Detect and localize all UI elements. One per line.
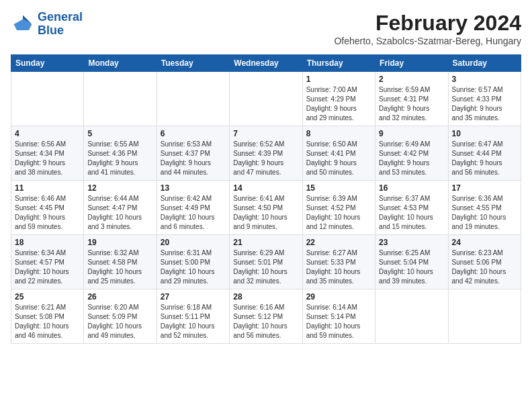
day-info: Sunrise: 6:34 AM Sunset: 4:57 PM Dayligh… — [15, 248, 80, 286]
weekday-tuesday: Tuesday — [157, 55, 229, 72]
day-info: Sunrise: 6:55 AM Sunset: 4:36 PM Dayligh… — [87, 140, 152, 177]
day-number: 9 — [379, 129, 444, 138]
calendar-cell — [84, 72, 157, 126]
calendar-cell: 22Sunrise: 6:27 AM Sunset: 5:33 PM Dayli… — [302, 235, 375, 289]
calendar-cell — [375, 289, 448, 344]
weekday-friday: Friday — [375, 55, 448, 72]
week-row-4: 18Sunrise: 6:34 AM Sunset: 4:57 PM Dayli… — [11, 235, 521, 289]
day-number: 29 — [306, 292, 371, 302]
calendar-cell: 15Sunrise: 6:39 AM Sunset: 4:52 PM Dayli… — [302, 181, 375, 235]
calendar-cell: 4Sunrise: 6:56 AM Sunset: 4:34 PM Daylig… — [11, 126, 84, 181]
day-info: Sunrise: 6:52 AM Sunset: 4:39 PM Dayligh… — [233, 140, 298, 177]
day-number: 14 — [233, 183, 298, 193]
calendar-cell: 12Sunrise: 6:44 AM Sunset: 4:47 PM Dayli… — [84, 181, 157, 235]
calendar-table: SundayMondayTuesdayWednesdayThursdayFrid… — [11, 54, 521, 344]
day-number: 8 — [306, 129, 371, 138]
day-number: 13 — [161, 183, 226, 193]
day-info: Sunrise: 6:39 AM Sunset: 4:52 PM Dayligh… — [306, 194, 371, 232]
weekday-header-row: SundayMondayTuesdayWednesdayThursdayFrid… — [11, 55, 521, 72]
calendar-cell — [230, 72, 302, 126]
logo: General Blue — [11, 11, 83, 38]
day-info: Sunrise: 6:42 AM Sunset: 4:49 PM Dayligh… — [161, 194, 226, 232]
calendar-cell: 1Sunrise: 7:00 AM Sunset: 4:29 PM Daylig… — [302, 72, 375, 126]
day-info: Sunrise: 6:20 AM Sunset: 5:09 PM Dayligh… — [87, 303, 152, 340]
calendar-cell: 10Sunrise: 6:47 AM Sunset: 4:44 PM Dayli… — [448, 126, 521, 181]
day-number: 6 — [161, 129, 226, 138]
page-header: General Blue February 2024 Ofeherto, Sza… — [11, 11, 521, 46]
day-number: 15 — [306, 183, 371, 193]
day-number: 16 — [379, 183, 444, 193]
calendar-cell — [11, 72, 84, 126]
day-info: Sunrise: 6:47 AM Sunset: 4:44 PM Dayligh… — [452, 140, 517, 177]
calendar-cell — [157, 72, 229, 126]
calendar-body: 1Sunrise: 7:00 AM Sunset: 4:29 PM Daylig… — [11, 72, 521, 344]
day-number: 22 — [306, 238, 371, 247]
calendar-cell: 7Sunrise: 6:52 AM Sunset: 4:39 PM Daylig… — [230, 126, 302, 181]
calendar-cell: 16Sunrise: 6:37 AM Sunset: 4:53 PM Dayli… — [375, 181, 448, 235]
day-number: 10 — [452, 129, 517, 138]
day-info: Sunrise: 6:14 AM Sunset: 5:14 PM Dayligh… — [306, 303, 371, 340]
day-number: 23 — [379, 238, 444, 247]
calendar-cell: 23Sunrise: 6:25 AM Sunset: 5:04 PM Dayli… — [375, 235, 448, 289]
day-number: 24 — [452, 238, 517, 247]
weekday-saturday: Saturday — [448, 55, 521, 72]
week-row-1: 1Sunrise: 7:00 AM Sunset: 4:29 PM Daylig… — [11, 72, 521, 126]
calendar-cell: 9Sunrise: 6:49 AM Sunset: 4:42 PM Daylig… — [375, 126, 448, 181]
weekday-thursday: Thursday — [302, 55, 375, 72]
day-number: 4 — [15, 129, 80, 138]
day-info: Sunrise: 6:56 AM Sunset: 4:34 PM Dayligh… — [15, 140, 80, 177]
location: Ofeherto, Szabolcs-Szatmar-Bereg, Hungar… — [334, 36, 521, 46]
calendar-cell: 5Sunrise: 6:55 AM Sunset: 4:36 PM Daylig… — [84, 126, 157, 181]
day-info: Sunrise: 6:44 AM Sunset: 4:47 PM Dayligh… — [87, 194, 152, 232]
calendar-cell: 2Sunrise: 6:59 AM Sunset: 4:31 PM Daylig… — [375, 72, 448, 126]
day-info: Sunrise: 6:50 AM Sunset: 4:41 PM Dayligh… — [306, 140, 371, 177]
calendar-cell: 17Sunrise: 6:36 AM Sunset: 4:55 PM Dayli… — [448, 181, 521, 235]
day-number: 27 — [161, 292, 226, 302]
day-number: 28 — [233, 292, 298, 302]
day-number: 11 — [15, 183, 80, 193]
day-info: Sunrise: 6:27 AM Sunset: 5:33 PM Dayligh… — [306, 248, 371, 286]
svg-marker-1 — [14, 19, 32, 30]
day-info: Sunrise: 6:36 AM Sunset: 4:55 PM Dayligh… — [452, 194, 517, 232]
day-info: Sunrise: 6:31 AM Sunset: 5:00 PM Dayligh… — [161, 248, 226, 286]
day-number: 17 — [452, 183, 517, 193]
weekday-sunday: Sunday — [11, 55, 84, 72]
day-info: Sunrise: 6:21 AM Sunset: 5:08 PM Dayligh… — [15, 303, 80, 340]
day-info: Sunrise: 6:18 AM Sunset: 5:11 PM Dayligh… — [161, 303, 226, 340]
day-info: Sunrise: 6:23 AM Sunset: 5:06 PM Dayligh… — [452, 248, 517, 286]
calendar-cell: 29Sunrise: 6:14 AM Sunset: 5:14 PM Dayli… — [302, 289, 375, 344]
day-info: Sunrise: 6:25 AM Sunset: 5:04 PM Dayligh… — [379, 248, 444, 286]
day-number: 19 — [87, 238, 152, 247]
calendar-cell: 25Sunrise: 6:21 AM Sunset: 5:08 PM Dayli… — [11, 289, 84, 344]
calendar-cell: 14Sunrise: 6:41 AM Sunset: 4:50 PM Dayli… — [230, 181, 302, 235]
day-info: Sunrise: 6:59 AM Sunset: 4:31 PM Dayligh… — [379, 85, 444, 123]
calendar-cell: 26Sunrise: 6:20 AM Sunset: 5:09 PM Dayli… — [84, 289, 157, 344]
day-info: Sunrise: 6:53 AM Sunset: 4:37 PM Dayligh… — [161, 140, 226, 177]
calendar-cell: 27Sunrise: 6:18 AM Sunset: 5:11 PM Dayli… — [157, 289, 229, 344]
week-row-2: 4Sunrise: 6:56 AM Sunset: 4:34 PM Daylig… — [11, 126, 521, 181]
title-block: February 2024 Ofeherto, Szabolcs-Szatmar… — [334, 11, 521, 46]
calendar-cell: 24Sunrise: 6:23 AM Sunset: 5:06 PM Dayli… — [448, 235, 521, 289]
month-year: February 2024 — [334, 11, 521, 36]
day-number: 12 — [87, 183, 152, 193]
calendar-cell: 21Sunrise: 6:29 AM Sunset: 5:01 PM Dayli… — [230, 235, 302, 289]
day-info: Sunrise: 6:32 AM Sunset: 4:58 PM Dayligh… — [87, 248, 152, 286]
calendar-cell: 19Sunrise: 6:32 AM Sunset: 4:58 PM Dayli… — [84, 235, 157, 289]
logo-icon — [11, 12, 35, 36]
day-info: Sunrise: 6:57 AM Sunset: 4:33 PM Dayligh… — [452, 85, 517, 123]
day-info: Sunrise: 6:49 AM Sunset: 4:42 PM Dayligh… — [379, 140, 444, 177]
day-info: Sunrise: 6:29 AM Sunset: 5:01 PM Dayligh… — [233, 248, 298, 286]
calendar-cell: 3Sunrise: 6:57 AM Sunset: 4:33 PM Daylig… — [448, 72, 521, 126]
calendar-cell: 28Sunrise: 6:16 AM Sunset: 5:12 PM Dayli… — [230, 289, 302, 344]
day-number: 2 — [379, 75, 444, 84]
calendar-cell: 8Sunrise: 6:50 AM Sunset: 4:41 PM Daylig… — [302, 126, 375, 181]
day-number: 18 — [15, 238, 80, 247]
calendar-cell: 20Sunrise: 6:31 AM Sunset: 5:00 PM Dayli… — [157, 235, 229, 289]
day-number: 26 — [87, 292, 152, 302]
weekday-wednesday: Wednesday — [230, 55, 302, 72]
week-row-5: 25Sunrise: 6:21 AM Sunset: 5:08 PM Dayli… — [11, 289, 521, 344]
day-number: 21 — [233, 238, 298, 247]
week-row-3: 11Sunrise: 6:46 AM Sunset: 4:45 PM Dayli… — [11, 181, 521, 235]
weekday-monday: Monday — [84, 55, 157, 72]
day-number: 1 — [306, 75, 371, 84]
